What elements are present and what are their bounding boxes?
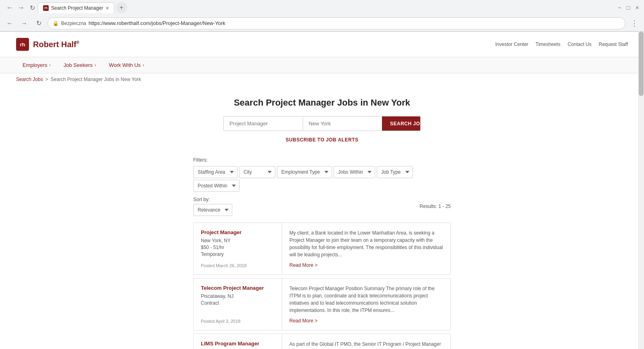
job-title-link[interactable]: Telecom Project Manager [201, 285, 275, 291]
bezpieczna-label: Bezpieczna [61, 21, 86, 26]
site-header: rh Robert Half® Investor Center Timeshee… [0, 32, 644, 57]
window-minimize-button[interactable]: − [617, 5, 622, 10]
contact-us-link[interactable]: Contact Us [568, 42, 591, 47]
logo-area: rh Robert Half® [16, 38, 79, 51]
job-details: Project Manager New York, NY $50 - 51/hr… [201, 229, 275, 257]
breadcrumb-current: Search Project Manager Jobs in New York [51, 77, 141, 82]
lock-icon: 🔒 [53, 21, 59, 26]
job-location: Piscataway, NJ [201, 293, 275, 299]
window-maximize-button[interactable]: □ [625, 5, 631, 10]
header-links: Investor Center Timesheets Contact Us Re… [495, 42, 628, 47]
forward-button[interactable]: → [15, 2, 27, 13]
nav-job-seekers[interactable]: Job Seekers › [57, 57, 103, 73]
sort-by-label: Sort by: [193, 197, 232, 202]
job-type-filter[interactable]: Job Type [377, 166, 413, 178]
job-left-panel: Project Manager New York, NY $50 - 51/hr… [194, 223, 282, 274]
reload-nav-button[interactable]: ↻ [33, 18, 44, 29]
job-list: Project Manager New York, NY $50 - 51/hr… [185, 222, 459, 349]
job-right-panel: My client, a Bank located in the Lower M… [282, 223, 450, 274]
location-input[interactable] [303, 116, 382, 131]
job-left-panel: Telecom Project Manager Piscataway, NJ C… [194, 278, 282, 330]
job-salary: $50 - 51/hr [201, 245, 275, 250]
sort-section: Sort by: Relevance [193, 197, 232, 216]
results-count: Results: 1 - 25 [420, 204, 451, 209]
employment-type-filter[interactable]: Employment Type [277, 166, 332, 178]
tab-title: Search Project Manager [51, 5, 103, 11]
address-url: https://www.roberthalf.com/jobs/Project-… [89, 20, 620, 26]
breadcrumb-search-jobs[interactable]: Search Jobs [16, 77, 43, 82]
nav-employers[interactable]: Employers › [16, 57, 57, 73]
job-seekers-chevron-icon: › [95, 63, 96, 67]
sort-select[interactable]: Relevance [193, 204, 232, 216]
read-more-link[interactable]: Read More > [289, 262, 443, 268]
job-right-panel: As part of the Global IT PMO, the Senior… [282, 334, 450, 349]
job-card: LIMS Program Manager As part of the Glob… [193, 334, 451, 349]
job-title-input[interactable] [224, 116, 303, 131]
job-type: Contract [201, 300, 275, 306]
work-with-us-chevron-icon: › [143, 63, 144, 67]
forward-nav-button[interactable]: → [19, 18, 30, 29]
staffing-area-filter[interactable]: Staffing Area [193, 166, 237, 178]
back-nav-button[interactable]: ← [4, 18, 15, 29]
scrollbar-thumb[interactable] [639, 31, 644, 96]
tab-close-icon[interactable]: × [105, 5, 109, 11]
logo-text: Robert Half® [33, 40, 79, 49]
main-nav: Employers › Job Seekers › Work With Us › [0, 57, 644, 73]
job-details: LIMS Program Manager [201, 341, 275, 349]
filter-row: Staffing Area City Employment Type Jobs … [193, 166, 451, 192]
reload-button[interactable]: ↻ [27, 2, 38, 13]
filters-label: Filters: [193, 157, 451, 163]
job-details: Telecom Project Manager Piscataway, NJ C… [201, 285, 275, 306]
city-filter[interactable]: City [239, 166, 275, 178]
sort-row: Sort by: Relevance Results: 1 - 25 [193, 197, 451, 216]
job-description: My client, a Bank located in the Lower M… [289, 229, 443, 258]
browser-menu-button[interactable]: ⋮ [629, 18, 640, 29]
search-jobs-button[interactable]: SEARCH JOBS [382, 116, 421, 131]
job-type: Temporary [201, 251, 275, 257]
breadcrumb: Search Jobs > Search Project Manager Job… [0, 73, 644, 85]
browser-tab[interactable]: rh Search Project Manager × [38, 2, 114, 13]
page-title: Search Project Manager Jobs in New York [8, 98, 636, 108]
tab-favicon: rh [43, 5, 49, 11]
job-description: Telecom Project Manager Position Summary… [289, 285, 443, 314]
timesheets-link[interactable]: Timesheets [536, 42, 561, 47]
logo-icon: rh [16, 38, 29, 51]
jobs-within-filter[interactable]: Jobs Within [334, 166, 375, 178]
job-posted-date: Posted April 3, 2018 [201, 319, 275, 324]
back-button[interactable]: ← [4, 2, 15, 13]
employers-chevron-icon: › [49, 63, 50, 67]
subscribe-job-alerts-link[interactable]: SUBSCRIBE TO JOB ALERTS [286, 137, 359, 143]
job-title-link[interactable]: LIMS Program Manager [201, 341, 275, 347]
window-close-button[interactable]: × [634, 5, 640, 10]
search-form: SEARCH JOBS [223, 116, 421, 131]
filters-section: Filters: Staffing Area City Employment T… [185, 157, 459, 216]
job-right-panel: Telecom Project Manager Position Summary… [282, 278, 450, 330]
job-description: As part of the Global IT PMO, the Senior… [289, 341, 443, 349]
address-bar[interactable]: 🔒 Bezpieczna https://www.roberthalf.com/… [47, 17, 625, 29]
breadcrumb-separator: > [45, 77, 48, 82]
job-title-link[interactable]: Project Manager [201, 229, 275, 235]
job-location: New York, NY [201, 238, 275, 243]
scrollbar-track [638, 31, 644, 349]
hero-section: Search Project Manager Jobs in New York … [0, 85, 644, 151]
new-tab-button[interactable]: + [116, 2, 127, 13]
nav-work-with-us[interactable]: Work With Us › [102, 57, 151, 73]
job-card: Project Manager New York, NY $50 - 51/hr… [193, 222, 451, 275]
job-posted-date: Posted March 26, 2018 [201, 263, 275, 268]
job-left-panel: LIMS Program Manager [194, 334, 282, 349]
posted-within-filter[interactable]: Posted Within [193, 180, 239, 192]
job-card: Telecom Project Manager Piscataway, NJ C… [193, 278, 451, 330]
read-more-link[interactable]: Read More > [289, 318, 443, 324]
investor-center-link[interactable]: Investor Center [495, 42, 528, 47]
request-staff-link[interactable]: Request Staff [599, 42, 628, 47]
